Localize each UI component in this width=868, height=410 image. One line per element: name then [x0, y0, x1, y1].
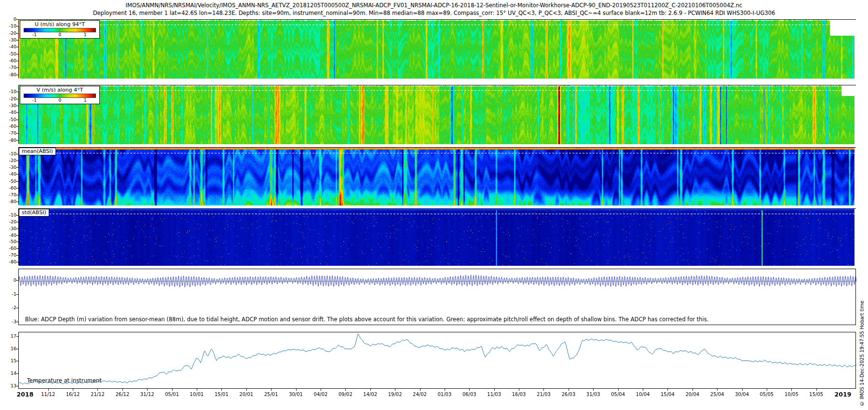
y-tick-mark [16, 40, 18, 41]
y-tick-label: -10 [3, 89, 16, 95]
v-velocity-colorbar-ticks: -1 0 1 [24, 98, 96, 103]
y-tick-mark [16, 229, 18, 229]
y-tick-mark [16, 26, 18, 27]
y-tick-label: -50 [3, 239, 16, 245]
imos-copyright-watermark: © IMOS 14-Dec-2025 19:47:55 Hobart time [859, 301, 865, 406]
u-velocity-legend: U (m/s) along 94°T -1 0 1 [20, 20, 100, 39]
time-tick-label: 06/03 [459, 392, 480, 397]
x-tick-mark [667, 389, 668, 391]
u-velocity-colorbar [24, 28, 96, 32]
y-tick-mark [16, 322, 18, 322]
time-tick-label: 11/03 [484, 392, 505, 397]
x-tick-mark [246, 389, 247, 391]
temp-panel [18, 332, 856, 389]
y-tick-label: -40 [3, 232, 16, 238]
colorbar-tick-zero: 0 [58, 32, 61, 37]
y-tick-label: -50 [3, 117, 16, 123]
time-tick-label: 31/03 [583, 392, 604, 397]
v-velocity-legend: V (m/s) along 4°T -1 0 1 [20, 86, 100, 104]
time-tick-label: 10/01 [186, 392, 207, 397]
y-tick-label: 0 [3, 277, 16, 283]
y-tick-mark [16, 195, 18, 195]
y-tick-mark [16, 68, 18, 68]
y-tick-mark [16, 248, 18, 249]
y-tick-label: -20 [3, 219, 16, 225]
x-tick-mark [643, 389, 643, 391]
y-tick-label: -60 [3, 58, 16, 64]
y-tick-mark [16, 92, 18, 92]
x-tick-mark [370, 389, 371, 391]
x-tick-mark [445, 389, 445, 391]
time-tick-label: 26/03 [558, 392, 579, 397]
time-tick-label: 10/04 [632, 392, 653, 397]
y-tick-label: -30 [3, 103, 16, 109]
y-tick-mark [16, 120, 18, 120]
y-tick-mark [16, 386, 18, 386]
y-tick-mark [16, 262, 18, 262]
x-tick-mark [197, 389, 197, 391]
time-tick-label: 15/01 [211, 392, 232, 397]
y-tick-label: -50 [3, 178, 16, 184]
y-tick-label: -10 [3, 212, 16, 218]
y-tick-mark [16, 154, 18, 154]
y-tick-label: 14 [3, 370, 16, 376]
time-tick-label: 15/05 [806, 392, 827, 397]
time-tick-label: 05/04 [608, 392, 629, 397]
deployment-summary-title: Deployment 16, member 1 lat=42.6S lon=14… [0, 10, 868, 16]
v-panel [18, 85, 856, 144]
y-tick-label: -70 [3, 130, 16, 136]
y-tick-label: -20 [3, 30, 16, 36]
time-tick-label: 14/02 [360, 392, 381, 397]
u-velocity-colorbar-ticks: -1 0 1 [24, 32, 96, 37]
x-tick-mark [97, 389, 98, 391]
y-tick-mark [16, 181, 18, 182]
x-tick-mark [271, 389, 271, 391]
y-tick-label: -60 [3, 123, 16, 129]
y-tick-label: -10 [3, 151, 16, 157]
u-panel [18, 19, 856, 78]
x-tick-mark [73, 389, 73, 391]
x-tick-mark [321, 389, 321, 391]
y-tick-label: 17 [3, 333, 16, 339]
y-tick-mark [16, 47, 18, 47]
y-tick-mark [16, 280, 18, 281]
mean-plot-canvas [19, 148, 856, 205]
time-tick-label: 09/02 [335, 392, 356, 397]
time-tick-label: 21/03 [533, 392, 554, 397]
x-tick-mark [172, 389, 173, 391]
time-tick-label: 30/01 [285, 392, 307, 397]
std-panel [18, 208, 856, 265]
temp-plot-canvas [19, 332, 856, 389]
colorbar-tick-min: -1 [32, 32, 37, 37]
y-tick-label: -60 [3, 246, 16, 251]
v-velocity-colorbar [24, 94, 96, 98]
y-tick-label: 15 [3, 358, 16, 364]
netcdf-file-title: IMOS/ANMN/NRS/NRSMAI/Velocity/IMOS_ANMN-… [0, 2, 868, 9]
y-tick-mark [16, 33, 18, 34]
x-tick-mark [469, 389, 470, 391]
y-tick-mark [16, 235, 18, 236]
y-tick-mark [16, 242, 18, 242]
time-tick-label: 30/04 [732, 392, 753, 397]
x-tick-mark [122, 389, 123, 391]
y-tick-label: -60 [3, 185, 16, 191]
y-tick-mark [16, 126, 18, 127]
y-tick-label: -20 [3, 158, 16, 164]
y-tick-label: -80 [3, 137, 16, 143]
time-tick-label: 20/01 [236, 392, 257, 397]
y-tick-label: 13 [3, 383, 16, 389]
y-tick-mark [16, 349, 18, 349]
x-tick-mark [48, 389, 49, 391]
time-tick-label: 05/05 [756, 392, 777, 397]
y-tick-mark [16, 361, 18, 361]
x-tick-mark [221, 389, 222, 391]
time-tick-label: 05/01 [162, 392, 183, 397]
x-tick-mark [692, 389, 693, 391]
year-label-end: 2019 [832, 391, 854, 398]
x-tick-mark [618, 389, 619, 391]
y-tick-mark [16, 140, 18, 141]
y-tick-mark [16, 188, 18, 189]
y-tick-mark [16, 215, 18, 216]
x-tick-mark [395, 389, 395, 391]
depth-variation-caption: Blue: ADCP Depth (m) variation from sens… [25, 316, 708, 323]
